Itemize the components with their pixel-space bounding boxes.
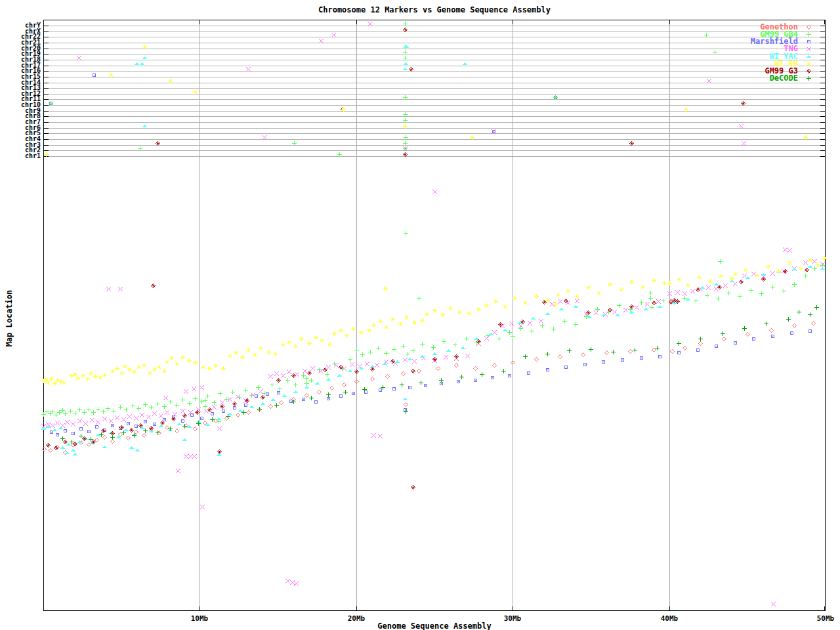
data-point-gm99_gb4 [444, 341, 444, 342]
data-point-wi_rh [746, 270, 746, 270]
data-point-decode [569, 350, 570, 351]
data-point-tng [605, 314, 606, 315]
data-point-wi_rh [732, 278, 732, 279]
data-point-marshfield [173, 417, 174, 417]
data-point-marshfield [341, 396, 341, 396]
data-point-gm99_g3 [671, 302, 671, 303]
data-point-marshfield [492, 377, 493, 378]
data-point-wi_rh [150, 373, 150, 373]
data-point-wi_rh [495, 301, 496, 302]
data-point-gm99_gb4 [509, 332, 510, 333]
data-point-tng [79, 421, 80, 421]
data-point-gm99_gb4 [405, 114, 406, 115]
data-point-genethon [50, 450, 51, 451]
data-point-tng [117, 417, 117, 418]
data-point-wi_rh [598, 293, 599, 293]
data-point-tng [814, 261, 815, 262]
data-point-gm99_gb4 [394, 349, 394, 350]
data-point-wi_rh [631, 282, 632, 282]
data-point-gm99_gb4 [56, 415, 56, 415]
data-point-genethon [794, 326, 795, 326]
data-point-genethon [248, 412, 249, 413]
data-point-decode [525, 356, 526, 357]
data-point-marshfield [81, 429, 81, 429]
data-point-tng [658, 301, 659, 302]
data-point-wi_yac [397, 362, 398, 362]
data-point-tng [741, 126, 742, 127]
data-point-decode [228, 416, 228, 417]
data-point-wi_rh [514, 298, 515, 299]
data-point-marshfield [316, 402, 316, 402]
data-point-genethon [513, 362, 513, 363]
data-point-marshfield [380, 390, 381, 390]
data-point-wi_yac [273, 400, 274, 400]
data-point-genethon [344, 385, 345, 385]
data-point-decode [134, 435, 135, 436]
data-point-gm99_gb4 [696, 301, 696, 301]
data-point-wi_rh [818, 264, 818, 265]
data-point-tng [73, 424, 74, 425]
data-point-tng [344, 368, 345, 369]
data-point-gm99_g3 [153, 285, 154, 286]
data-point-genethon [151, 430, 152, 430]
data-point-wi_yac [405, 69, 406, 70]
data-point-decode [700, 339, 701, 339]
data-point-gm99_gb4 [406, 233, 406, 234]
data-point-wi_rh [361, 332, 362, 333]
data-point-wi_rh [104, 375, 105, 375]
data-point-marshfield [256, 396, 257, 396]
data-point-gm99_gb4 [413, 350, 413, 351]
data-point-wi_yac [822, 268, 823, 269]
data-point-wi_yac [219, 455, 219, 455]
legend-marker-square-dot-icon [808, 41, 809, 42]
data-point-wi_rh [405, 126, 406, 127]
data-point-gm99_gb4 [214, 402, 215, 403]
data-point-wi_rh [164, 371, 165, 371]
data-point-tng [270, 376, 271, 377]
data-point-marshfield [278, 392, 279, 393]
data-point-wi_yac [142, 428, 142, 429]
data-point-gm99_gb4 [239, 397, 240, 398]
data-point-decode [816, 307, 817, 308]
data-point-gm99_gb4 [138, 408, 139, 409]
data-point-decode [91, 439, 91, 440]
data-point-gm99_gb4 [251, 395, 252, 396]
data-point-gm99_gb4 [805, 276, 806, 276]
data-point-wi_yac [207, 425, 208, 425]
data-point-wi_rh [170, 81, 171, 81]
data-point-genethon [120, 434, 121, 435]
data-point-wi_yac [170, 430, 171, 430]
data-point-gm99_g3 [75, 444, 75, 444]
data-point-marshfield [303, 399, 304, 400]
data-point-genethon [270, 406, 271, 407]
data-point-gm99_gb4 [597, 309, 598, 310]
data-point-wi_yac [73, 450, 74, 451]
data-point-wi_rh [577, 296, 578, 297]
data-point-genethon [331, 388, 332, 388]
data-point-gm99_g3 [588, 312, 589, 313]
data-point-gm99_gb4 [403, 346, 404, 346]
data-point-wi_rh [60, 381, 61, 382]
data-point-wi_rh [83, 375, 83, 376]
data-point-gm99_gb4 [93, 412, 94, 413]
data-point-tng [486, 338, 487, 339]
data-point-tng [85, 423, 86, 424]
data-point-wi_rh [46, 379, 47, 380]
data-point-genethon [306, 395, 307, 396]
data-point-genethon [238, 415, 238, 415]
data-point-genethon [259, 410, 260, 410]
data-point-wi_yac [184, 440, 185, 440]
data-point-gm99_gb4 [405, 143, 406, 144]
data-point-marshfield [441, 383, 442, 384]
data-point-gm99_gb4 [342, 368, 343, 369]
data-point-wi_rh [177, 364, 177, 364]
data-point-wi_yac [62, 448, 63, 448]
data-point-marshfield [164, 419, 165, 420]
data-point-wi_yac [505, 330, 505, 331]
data-point-tng [57, 423, 58, 423]
data-point-wi_rh [57, 380, 58, 381]
data-point-wi_rh [255, 354, 255, 355]
data-point-tng [98, 422, 98, 423]
data-point-tng [502, 326, 503, 326]
data-point-gm99_gb4 [405, 24, 406, 24]
